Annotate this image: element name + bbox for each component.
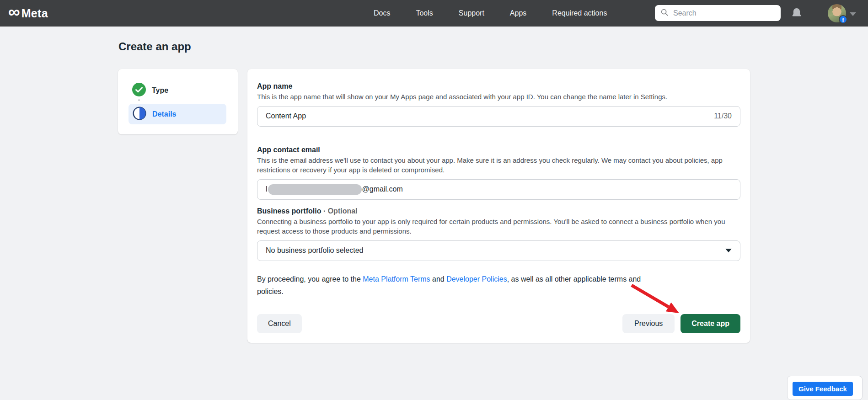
create-app-button[interactable]: Create app xyxy=(680,314,740,333)
contact-email-description: This is the email address we'll use to c… xyxy=(257,155,740,175)
email-prefix: l xyxy=(266,185,268,193)
stepper-step-type[interactable]: Type xyxy=(132,83,168,98)
select-chevron-down-icon xyxy=(725,249,732,252)
business-portfolio-description: Connecting a business portfolio to your … xyxy=(257,217,740,236)
terms-paragraph: By proceeding, you agree to the Meta Pla… xyxy=(257,273,740,298)
business-portfolio-value: No business portfolio selected xyxy=(266,246,363,255)
step-details-label: Details xyxy=(152,110,176,118)
business-portfolio-select[interactable]: No business portfolio selected xyxy=(257,240,740,261)
contact-email-label: App contact email xyxy=(257,145,740,155)
profile-avatar[interactable]: f xyxy=(828,4,846,22)
feedback-container: Give Feedback xyxy=(787,376,863,400)
contact-email-input[interactable]: l @gmail.com xyxy=(257,179,740,200)
create-app-form-card: App name This is the app name that will … xyxy=(247,69,750,343)
optional-tag: · Optional xyxy=(321,207,357,215)
search-icon xyxy=(660,8,669,18)
page-title: Create an app xyxy=(118,40,191,53)
redacted-email-blob xyxy=(268,184,362,195)
step-type-label: Type xyxy=(152,86,168,95)
search-input[interactable]: Search xyxy=(655,5,781,21)
search-placeholder-text: Search xyxy=(673,9,697,17)
notifications-bell-icon[interactable] xyxy=(790,7,803,21)
app-name-description: This is the app name that will show on y… xyxy=(257,92,740,102)
email-suffix: @gmail.com xyxy=(362,185,403,193)
app-name-field: App name This is the app name that will … xyxy=(257,81,740,127)
business-portfolio-field: Business portfolio · Optional Connecting… xyxy=(257,206,740,261)
step-current-half-circle-icon xyxy=(133,107,146,122)
developer-policies-link[interactable]: Developer Policies xyxy=(446,275,507,283)
nav-link-support[interactable]: Support xyxy=(459,9,484,17)
business-portfolio-label: Business portfolio · Optional xyxy=(257,206,740,216)
nav-link-docs[interactable]: Docs xyxy=(374,9,390,17)
nav-links: Docs Tools Support Apps Required actions xyxy=(374,0,607,27)
nav-link-tools[interactable]: Tools xyxy=(416,9,433,17)
previous-button[interactable]: Previous xyxy=(622,314,675,333)
char-counter: 11/30 xyxy=(714,112,732,120)
contact-email-field: App contact email This is the email addr… xyxy=(257,145,740,200)
meta-infinity-icon: ∞ xyxy=(8,4,20,20)
form-actions: Cancel Previous Create app xyxy=(257,314,740,333)
app-name-label: App name xyxy=(257,81,740,91)
cancel-button[interactable]: Cancel xyxy=(257,314,302,333)
facebook-badge-icon: f xyxy=(839,15,847,24)
top-navbar: ∞ Meta Docs Tools Support Apps Required … xyxy=(0,0,868,27)
stepper-step-details[interactable]: Details xyxy=(129,104,226,124)
nav-link-apps[interactable]: Apps xyxy=(510,9,526,17)
stepper-card: Type Details xyxy=(118,69,238,134)
nav-link-required-actions[interactable]: Required actions xyxy=(552,9,607,17)
give-feedback-button[interactable]: Give Feedback xyxy=(793,382,853,396)
meta-platform-terms-link[interactable]: Meta Platform Terms xyxy=(363,275,430,283)
meta-developers-create-app-page: ∞ Meta Docs Tools Support Apps Required … xyxy=(0,0,868,400)
meta-logo[interactable]: ∞ Meta xyxy=(8,0,48,27)
app-name-input[interactable]: Content App 11/30 xyxy=(257,106,740,127)
meta-logo-text: Meta xyxy=(21,7,48,20)
profile-chevron-down-icon[interactable] xyxy=(850,12,856,16)
step-complete-check-icon xyxy=(132,83,146,98)
app-name-value: Content App xyxy=(266,112,306,120)
